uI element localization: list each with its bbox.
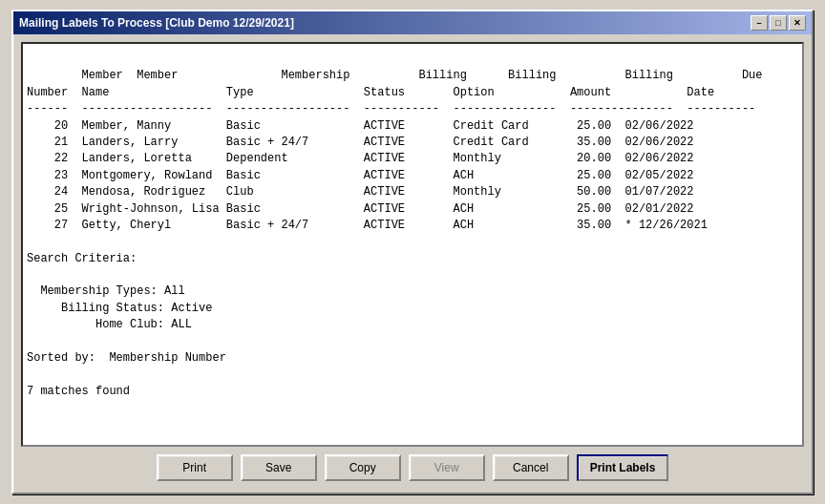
cancel-button[interactable]: Cancel: [493, 454, 569, 481]
title-bar-buttons: – □ ✕: [751, 15, 806, 31]
print-button[interactable]: Print: [157, 454, 233, 481]
copy-button[interactable]: Copy: [325, 454, 401, 481]
main-window: Mailing Labels To Process [Club Demo 12/…: [11, 10, 814, 494]
matches-found: 7 matches found: [27, 385, 130, 398]
home-club-value: ALL: [171, 318, 192, 331]
content-area[interactable]: Member Member Membership Billing Billing…: [21, 42, 804, 447]
header-line1: Member Member Membership Billing Billing…: [82, 69, 763, 82]
save-button[interactable]: Save: [241, 454, 317, 481]
search-criteria-label: Search Criteria:: [27, 252, 137, 265]
button-bar: Print Save Copy View Cancel Print Labels: [21, 447, 804, 485]
membership-types-label: Membership Types:: [27, 284, 158, 298]
sorted-by-value: Membership Number: [109, 351, 225, 365]
maximize-button[interactable]: □: [770, 15, 787, 31]
window-title: Mailing Labels To Process [Club Demo 12/…: [19, 16, 294, 30]
close-button[interactable]: ✕: [789, 15, 806, 31]
separator-line: ------ ------------------- -------------…: [27, 102, 755, 116]
title-bar: Mailing Labels To Process [Club Demo 12/…: [13, 11, 812, 34]
print-labels-button[interactable]: Print Labels: [577, 454, 669, 481]
membership-types-value: All: [164, 284, 185, 298]
view-button[interactable]: View: [409, 454, 485, 481]
report-text: Member Member Membership Billing Billing…: [27, 52, 798, 417]
billing-status-value: Active: [171, 302, 212, 315]
window-body: Member Member Membership Billing Billing…: [13, 34, 812, 493]
data-rows: 20 Member, Manny Basic ACTIVE Credit Car…: [27, 119, 708, 232]
sorted-by-label: Sorted by:: [27, 351, 95, 365]
home-club-label: Home Club:: [27, 318, 164, 331]
header-line2: Number Name Type Status Option Amount Da…: [27, 86, 714, 99]
minimize-button[interactable]: –: [751, 15, 768, 31]
billing-status-label: Billing Status:: [27, 302, 164, 315]
